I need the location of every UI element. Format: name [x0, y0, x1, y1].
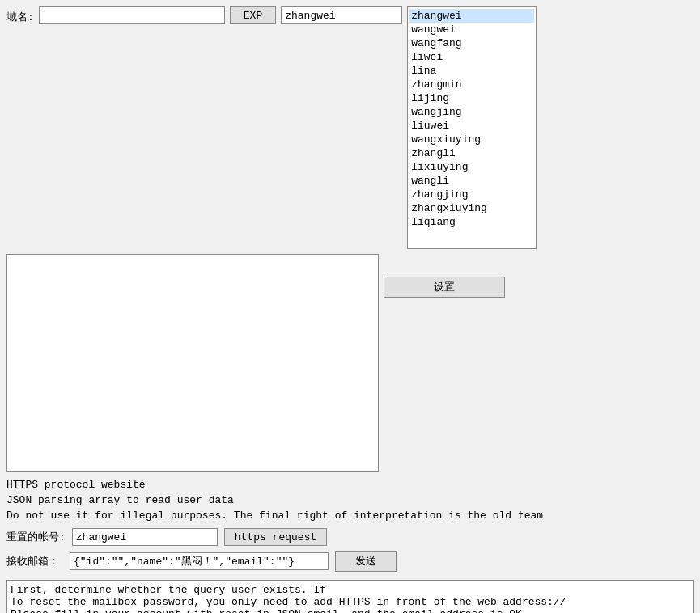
list-item[interactable]: wangjing — [409, 105, 534, 119]
user-list[interactable]: zhangweiwangweiwangfangliweilinazhangmin… — [407, 6, 537, 249]
fasong-button[interactable]: 发送 — [335, 551, 397, 572]
list-item[interactable]: zhangli — [409, 146, 534, 160]
username-input[interactable] — [281, 6, 402, 24]
list-item[interactable]: wangwei — [409, 23, 534, 36]
list-item[interactable]: lixiuying — [409, 160, 534, 174]
list-item[interactable]: wangxiuying — [409, 133, 534, 146]
list-item[interactable]: lina — [409, 64, 534, 78]
list-item[interactable]: zhangwei — [409, 9, 534, 23]
list-item[interactable]: wangli — [409, 174, 534, 188]
main-textarea[interactable] — [6, 254, 379, 472]
reset-account-input[interactable] — [72, 528, 218, 546]
list-item[interactable]: liwei — [409, 50, 534, 64]
list-item[interactable]: lijing — [409, 91, 534, 105]
info-line-3: Do not use it for illegal purposes. The … — [6, 509, 694, 522]
reset-account-label: 重置的帐号: — [6, 530, 66, 544]
shezhi-button[interactable]: 设置 — [384, 277, 505, 298]
list-item[interactable]: liqiang — [409, 215, 534, 229]
output-textarea[interactable] — [6, 580, 694, 613]
list-item[interactable]: wangfang — [409, 36, 534, 50]
list-item[interactable]: zhangmin — [409, 78, 534, 91]
exp-button[interactable]: EXP — [230, 6, 276, 24]
https-request-button[interactable]: https request — [224, 528, 327, 546]
email-input[interactable] — [70, 552, 329, 570]
domain-label: 域名: — [6, 6, 34, 24]
list-item[interactable]: zhangjing — [409, 188, 534, 201]
email-label: 接收邮箱： — [6, 554, 63, 569]
info-line-1: HTTPS protocol website — [6, 479, 694, 491]
domain-input[interactable] — [39, 6, 225, 24]
list-item[interactable]: zhangxiuying — [409, 201, 534, 215]
info-line-2: JSON parsing array to read user data — [6, 494, 694, 506]
list-item[interactable]: liuwei — [409, 119, 534, 133]
